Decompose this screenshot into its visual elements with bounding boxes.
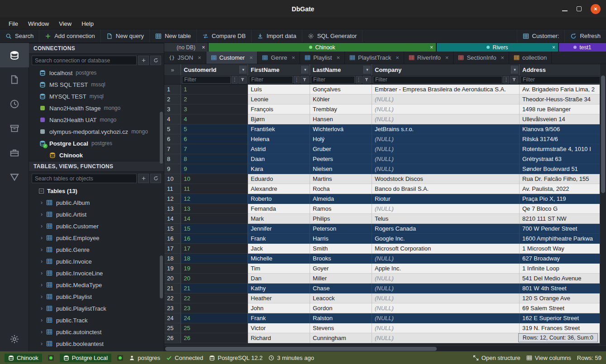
chevron-right-icon[interactable]: ›: [39, 211, 44, 217]
chevron-right-icon[interactable]: ›: [39, 305, 44, 312]
cell-company[interactable]: Woodstock Discos: [372, 174, 520, 184]
chevron-right-icon[interactable]: ›: [39, 282, 44, 288]
sidebar-archive-tab[interactable]: [0, 116, 29, 141]
minimize-button[interactable]: [562, 6, 568, 11]
connections-search-input[interactable]: [32, 56, 137, 65]
close-icon[interactable]: ×: [198, 54, 201, 61]
cell-lastname[interactable]: Nielsen: [310, 164, 372, 174]
sidebar-connections-tab[interactable]: [0, 43, 29, 67]
cell-company[interactable]: Riotur: [372, 194, 520, 204]
cell-company[interactable]: Microsoft Corporation: [372, 244, 520, 254]
new-table-button[interactable]: New table: [150, 29, 197, 43]
chevron-right-icon[interactable]: ›: [39, 235, 44, 241]
cell-company[interactable]: JetBrains s.r.o.: [372, 124, 520, 134]
cell-lastname[interactable]: Miller: [310, 274, 372, 284]
funnel-icon[interactable]: [510, 76, 518, 84]
cell-firstname[interactable]: John: [248, 303, 310, 313]
table-item[interactable]: ›public.Genre: [29, 244, 164, 255]
view-columns-button[interactable]: View columns: [526, 355, 571, 361]
tab-collection[interactable]: collection: [509, 52, 552, 64]
cell-customerid[interactable]: 3: [181, 104, 248, 114]
cell-address[interactable]: Rilská 3174/6: [520, 134, 606, 144]
cell-lastname[interactable]: Goyer: [310, 264, 372, 274]
cell-firstname[interactable]: Victor: [248, 323, 310, 333]
cell-lastname[interactable]: Gruber: [310, 144, 372, 154]
chevron-right-icon[interactable]: ›: [39, 293, 44, 300]
funnel-icon[interactable]: [301, 76, 309, 84]
settings-button[interactable]: [0, 327, 29, 351]
table-item[interactable]: ›public.Artist: [29, 208, 164, 220]
cell-address[interactable]: Ullevålsveien 14: [520, 114, 606, 124]
cell-company[interactable]: (NULL): [372, 134, 520, 144]
cell-customerid[interactable]: 10: [181, 174, 248, 184]
cell-firstname[interactable]: Bjørn: [248, 114, 310, 124]
cell-lastname[interactable]: Ramos: [310, 204, 372, 214]
cell-company[interactable]: (NULL): [372, 114, 520, 124]
row-number[interactable]: 18: [164, 254, 181, 264]
statusbar-connection-chip[interactable]: Postgre Local: [60, 354, 112, 362]
new-query-button[interactable]: New query: [101, 29, 150, 43]
cell-customerid[interactable]: 6: [181, 134, 248, 144]
filter-input[interactable]: [373, 76, 502, 84]
row-number[interactable]: 23: [164, 303, 181, 313]
connection-item[interactable]: olympus-medportal.vychozi.czmongo: [29, 126, 164, 137]
cell-lastname[interactable]: Gordon: [310, 303, 372, 313]
connection-item[interactable]: MS SQL TESTmssql: [29, 79, 164, 90]
connection-item-active[interactable]: ✓Postgre Localpostgres: [29, 137, 164, 149]
filter-input[interactable]: [311, 76, 355, 84]
cell-customerid[interactable]: 17: [181, 244, 248, 254]
cell-firstname[interactable]: Heather: [248, 293, 310, 303]
table-item[interactable]: ›public.Invoice: [29, 255, 164, 267]
cell-firstname[interactable]: Helena: [248, 134, 310, 144]
cell-firstname[interactable]: Astrid: [248, 144, 310, 154]
cell-customerid[interactable]: 20: [181, 274, 248, 284]
cell-lastname[interactable]: Smith: [310, 244, 372, 254]
cell-customerid[interactable]: 26: [181, 333, 248, 343]
row-number[interactable]: 13: [164, 204, 181, 214]
cell-customerid[interactable]: 18: [181, 254, 248, 264]
cell-firstname[interactable]: Tim: [248, 264, 310, 274]
cell-customerid[interactable]: 21: [181, 284, 248, 293]
column-header-address[interactable]: Address: [520, 64, 606, 75]
cell-lastname[interactable]: Chase: [310, 284, 372, 293]
add-connection-small-button[interactable]: [138, 56, 149, 65]
funnel-icon[interactable]: [363, 76, 371, 84]
cell-address[interactable]: 801 W 4th Street: [520, 284, 606, 293]
close-icon[interactable]: ×: [292, 54, 296, 61]
row-number[interactable]: 26: [164, 333, 181, 343]
cell-customerid[interactable]: 4: [181, 114, 248, 124]
close-icon[interactable]: ×: [552, 44, 555, 51]
cell-company[interactable]: (NULL): [372, 284, 520, 293]
funnel-icon[interactable]: [239, 76, 247, 84]
cell-firstname[interactable]: Kathy: [248, 284, 310, 293]
refresh-connections-button[interactable]: [150, 56, 161, 65]
add-table-button[interactable]: [138, 174, 149, 183]
cell-lastname[interactable]: Philips: [310, 214, 372, 224]
cell-company[interactable]: (NULL): [372, 274, 520, 284]
cell-address[interactable]: 1 Infinite Loop: [520, 264, 606, 274]
kebab-icon[interactable]: ⋮: [356, 76, 362, 84]
filter-input[interactable]: [249, 76, 293, 84]
filter-input[interactable]: [520, 76, 605, 84]
row-number[interactable]: 22: [164, 293, 181, 303]
dbgroup-nodb[interactable]: (no DB)×: [164, 43, 208, 52]
close-button[interactable]: ×: [591, 4, 601, 14]
horizontal-scrollbar-thumb[interactable]: [165, 347, 437, 351]
current-tab-button[interactable]: Customer:: [517, 29, 565, 43]
cell-firstname[interactable]: Frank: [248, 234, 310, 244]
cell-company[interactable]: (NULL): [372, 313, 520, 323]
cell-firstname[interactable]: Roberto: [248, 194, 310, 204]
cell-firstname[interactable]: Alexandre: [248, 184, 310, 194]
cell-customerid[interactable]: 19: [181, 264, 248, 274]
cell-address[interactable]: Av. Brigadeiro Faria Lima, 2: [520, 85, 606, 95]
cell-company[interactable]: (NULL): [372, 144, 520, 154]
cell-company[interactable]: Google Inc.: [372, 234, 520, 244]
left-scrollbar-thumb[interactable]: [160, 112, 163, 164]
row-number[interactable]: 5: [164, 124, 181, 134]
close-icon[interactable]: ×: [396, 54, 399, 61]
row-number[interactable]: 12: [164, 194, 181, 204]
cell-address[interactable]: 1498 rue Bélanger: [520, 104, 606, 114]
dbgroup-rivers[interactable]: Rivers×: [437, 43, 558, 52]
search-button[interactable]: Search: [0, 29, 39, 43]
chevron-right-icon[interactable]: ›: [39, 246, 44, 253]
